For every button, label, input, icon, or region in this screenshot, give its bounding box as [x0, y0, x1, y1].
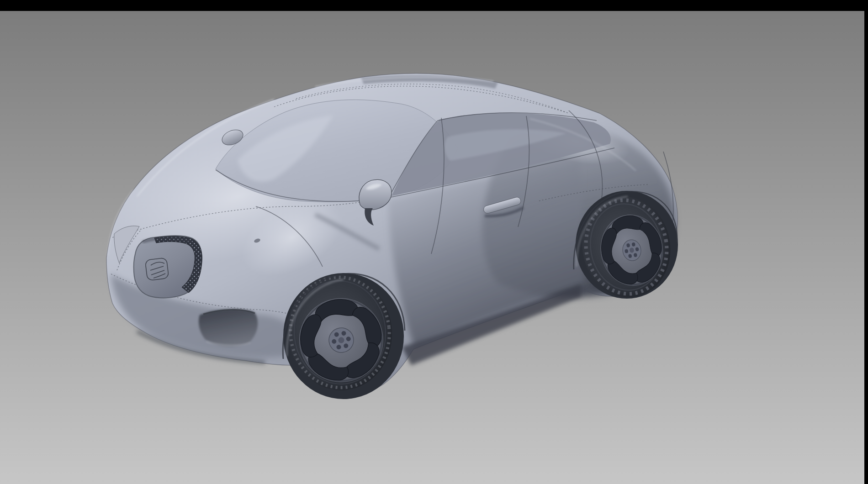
- top-black-bar: [0, 0, 868, 11]
- 3d-viewport[interactable]: [0, 0, 868, 484]
- front-grille: [134, 236, 202, 298]
- right-black-bar: [864, 0, 868, 484]
- app-window: [0, 0, 868, 484]
- air-intake: [199, 309, 258, 347]
